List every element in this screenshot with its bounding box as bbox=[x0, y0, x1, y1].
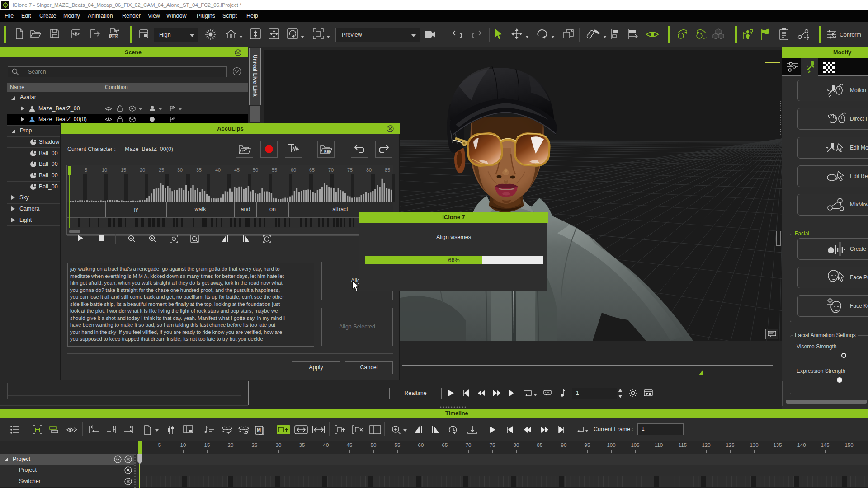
svg-text:REI: REI bbox=[324, 150, 330, 154]
svg-text:USD: USD bbox=[110, 34, 118, 38]
svg-text:M: M bbox=[257, 427, 261, 433]
